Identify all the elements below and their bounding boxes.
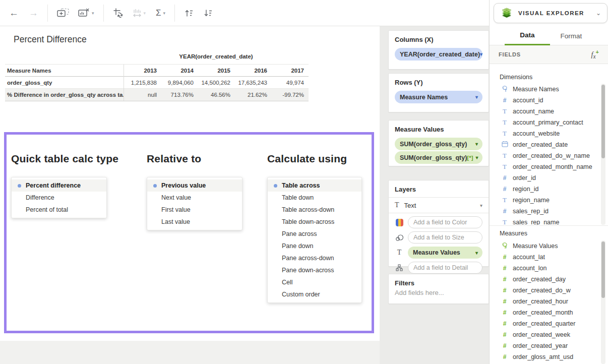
calc-option[interactable]: First value	[147, 204, 242, 216]
forward-button[interactable]: →	[27, 5, 40, 22]
calc-option[interactable]: Pane across	[268, 228, 361, 240]
number-icon: #	[501, 174, 509, 181]
measure-row-label[interactable]: order_gloss_qty	[5, 80, 124, 86]
measure-row-label[interactable]: % Difference in order_gloss_qty across t…	[5, 92, 124, 98]
field-item[interactable]: #order_created_day	[490, 274, 601, 285]
aggregate-button[interactable]: Σ ▾	[154, 5, 167, 22]
year-header-cells: 20132014201520162017	[124, 68, 308, 74]
size-field-input[interactable]: Add a field to Size	[408, 231, 482, 244]
field-item[interactable]: #region_id	[490, 184, 601, 195]
field-item[interactable]: #order_gloss_amt_usd	[490, 351, 601, 362]
calc-option[interactable]: Previous value	[147, 179, 242, 192]
sort-ascending-icon	[184, 9, 194, 18]
measure-values-pill-1[interactable]: SUM(order_gloss_qty) ▾	[395, 138, 482, 150]
layer-type-selector[interactable]: T Text ▾	[389, 198, 489, 213]
swap-axes-button[interactable]	[111, 5, 126, 22]
sort-ascending-button[interactable]	[182, 5, 196, 22]
table-value-cell[interactable]: -99.72%	[271, 92, 308, 98]
text-encoding-pill[interactable]: Measure Values ▾	[408, 247, 482, 259]
table-value-cell[interactable]: 21.62%	[234, 92, 271, 98]
calc-option[interactable]: Percent difference	[12, 179, 106, 192]
back-button[interactable]: ←	[7, 5, 21, 22]
calc-option[interactable]: Last value	[147, 216, 242, 228]
visual-explorer-button[interactable]: VISUAL EXPLORER ⌄	[494, 3, 607, 23]
field-item[interactable]: Taccount_primary_contact	[490, 117, 601, 128]
field-label: order_gloss_amt_usd	[513, 353, 573, 360]
row-header-label[interactable]: Measure Names	[5, 68, 124, 74]
table-value-cell[interactable]: 1,215,838	[124, 80, 160, 86]
field-item[interactable]: Taccount_website	[490, 128, 601, 139]
table-value-cell[interactable]: 14,500,262	[197, 80, 234, 86]
field-item[interactable]: #sales_rep_id	[490, 206, 601, 217]
calc-option[interactable]: Table down	[268, 192, 361, 204]
field-item[interactable]: #account_lon	[490, 263, 601, 274]
pill-label: SUM(order_gloss_qty)	[400, 154, 467, 161]
rows-pill[interactable]: Measure Names ▾	[395, 91, 482, 103]
field-item[interactable]: #order_created_hour	[490, 296, 601, 307]
calc-option[interactable]: Custom order	[268, 288, 361, 300]
field-item[interactable]: #Measure Values	[490, 240, 601, 252]
calc-option[interactable]: Table down-across	[268, 216, 361, 228]
detail-field-input[interactable]: Add a field to Detail	[408, 262, 482, 274]
year-column-header[interactable]: 2015	[197, 68, 234, 74]
remove-visualization-button[interactable]: ▾	[76, 5, 96, 22]
field-label: Measure Values	[513, 242, 558, 250]
field-item[interactable]: #order_created_quarter	[490, 318, 601, 329]
scrollbar-thumb[interactable]	[601, 85, 605, 158]
field-item[interactable]: #order_id	[490, 172, 601, 184]
filters-placeholder[interactable]: Add fields here...	[395, 289, 482, 296]
calc-option[interactable]: Percent of total	[12, 204, 106, 216]
field-item[interactable]: Tsales_rep_name	[490, 217, 601, 225]
field-label: account_name	[513, 108, 554, 115]
color-field-input[interactable]: Add a field to Color	[408, 216, 482, 228]
field-item[interactable]: TMeasure Names	[490, 84, 601, 95]
tab-data[interactable]: Data	[505, 26, 550, 45]
calc-option[interactable]: Cell	[268, 276, 361, 288]
field-item[interactable]: Tregion_name	[490, 195, 601, 206]
calc-option[interactable]: Pane down	[268, 240, 361, 252]
measure-values-pill-2[interactable]: SUM(order_gloss_qty) [*] ▾	[395, 151, 482, 164]
filters-shelf: Filters Add fields here...	[388, 274, 489, 304]
table-value-cell[interactable]: 17,635,243	[234, 80, 271, 86]
year-column-header[interactable]: 2016	[234, 68, 271, 74]
chevron-down-icon: ⌄	[596, 10, 601, 17]
field-item[interactable]: #order_created_year	[490, 340, 601, 351]
year-column-header[interactable]: 2013	[124, 68, 160, 74]
sort-descending-button[interactable]	[201, 5, 215, 22]
table-value-cell[interactable]: 9,894,060	[160, 80, 197, 86]
field-item[interactable]: Torder_created_do_w_name	[490, 150, 601, 161]
calc-option[interactable]: Pane across-down	[268, 252, 361, 264]
field-item[interactable]: order_created_date	[490, 139, 601, 150]
detail-encoding-row: Add a field to Detail	[395, 262, 482, 274]
year-column-header[interactable]: 2017	[271, 68, 308, 74]
text-icon: T	[501, 130, 509, 138]
calc-option[interactable]: Table across	[268, 179, 361, 192]
number-icon: #	[501, 287, 509, 294]
field-item[interactable]: Torder_created_month_name	[490, 161, 601, 172]
add-calculated-field-button[interactable]: fx+	[591, 49, 599, 60]
columns-pill[interactable]: YEAR(order_created_date) ▾	[395, 48, 482, 60]
calc-option[interactable]: Difference	[12, 192, 106, 204]
scrollbar-thumb[interactable]	[601, 241, 605, 298]
calc-option[interactable]: Next value	[147, 192, 242, 204]
year-column-header[interactable]: 2014	[160, 68, 197, 74]
field-item[interactable]: #account_id	[490, 95, 601, 106]
calc-option[interactable]: Pane down-across	[268, 264, 361, 276]
calc-option[interactable]: Table across-down	[268, 204, 361, 216]
field-item[interactable]: #order_created_month	[490, 307, 601, 318]
field-item[interactable]: Taccount_name	[490, 106, 601, 117]
measure-values-shelf: Measure Values SUM(order_gloss_qty) ▾ SU…	[388, 120, 489, 166]
field-item[interactable]: #order_created_week	[490, 329, 601, 340]
tab-format[interactable]: Format	[551, 26, 591, 45]
field-label: order_id	[513, 174, 536, 181]
pill-label: SUM(order_gloss_qty)	[400, 141, 467, 148]
fit-axes-button[interactable]: ▾	[131, 5, 148, 22]
field-item[interactable]: #order_created_do_w	[490, 285, 601, 296]
field-label: order_created_year	[513, 342, 568, 349]
table-value-cell[interactable]: null	[124, 92, 160, 98]
field-item[interactable]: #account_lat	[490, 252, 601, 263]
table-value-cell[interactable]: 49,974	[271, 80, 308, 86]
table-value-cell[interactable]: 46.56%	[197, 92, 234, 98]
new-visualization-button[interactable]	[55, 5, 71, 22]
table-value-cell[interactable]: 713.76%	[160, 92, 197, 98]
